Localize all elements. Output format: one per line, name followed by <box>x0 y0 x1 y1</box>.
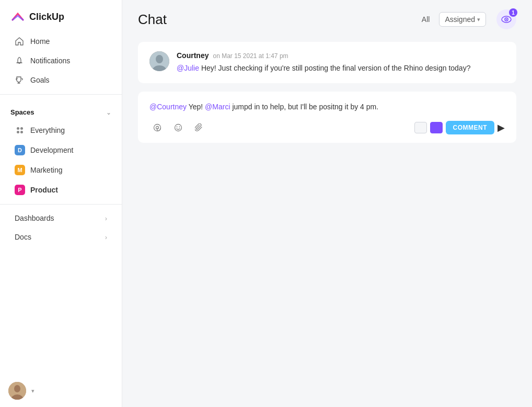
spaces-chevron-icon: ⌄ <box>106 109 111 116</box>
space-product[interactable]: P Product <box>4 180 118 199</box>
spaces-header[interactable]: Spaces ⌄ <box>0 101 122 120</box>
mention-marci: @Marci <box>205 103 230 111</box>
main-nav: Home Notifications <box>0 31 122 90</box>
chat-area: Courtney on Mar 15 2021 at 1:47 pm @Juli… <box>122 37 532 407</box>
message-body: Hey! Just checking if you're still posti… <box>199 64 470 72</box>
emoji-button[interactable] <box>170 120 186 135</box>
logo[interactable]: ClickUp <box>0 0 122 31</box>
spaces-title: Spaces <box>10 108 34 116</box>
nav-goals-label: Goals <box>30 76 50 84</box>
message-text: @Julie Hey! Just checking if you're stil… <box>177 63 505 74</box>
avatar <box>8 382 26 400</box>
nav-dashboards-label: Dashboards <box>15 214 54 222</box>
space-everything[interactable]: Everything <box>4 121 118 140</box>
dashboards-chevron-icon: › <box>105 214 107 222</box>
bell-icon <box>15 56 24 65</box>
nav-notifications[interactable]: Notifications <box>4 51 118 70</box>
filter-tabs: All Assigned ▾ <box>418 12 486 27</box>
svg-point-12 <box>177 127 178 128</box>
trophy-icon <box>15 75 24 85</box>
space-product-label: Product <box>30 186 58 194</box>
space-development-label: Development <box>30 146 74 154</box>
svg-point-5 <box>506 19 507 20</box>
mention-button[interactable] <box>149 120 165 135</box>
message-header: Courtney on Mar 15 2021 at 1:47 pm <box>177 51 505 60</box>
sidebar-divider-1 <box>0 94 122 95</box>
sidebar-divider-2 <box>0 204 122 205</box>
reply-text1: Yep! <box>187 103 205 111</box>
space-everything-label: Everything <box>30 126 65 134</box>
nav-dashboards[interactable]: Dashboards › <box>4 209 118 227</box>
message-author: Courtney <box>177 51 209 60</box>
attachment-button[interactable] <box>191 120 207 135</box>
mention-julie: @Julie <box>177 64 199 72</box>
watch-count-badge: 1 <box>509 8 517 17</box>
reply-text: @Courtney Yep! @Marci jumpd in to help, … <box>149 101 505 112</box>
svg-point-11 <box>175 125 182 131</box>
svg-point-1 <box>14 385 20 392</box>
space-marketing[interactable]: M Marketing <box>4 161 118 179</box>
mention-courtney: @Courtney <box>149 103 187 111</box>
message-content: Courtney on Mar 15 2021 at 1:47 pm @Juli… <box>177 51 505 74</box>
sidebar: ClickUp Home Notifications <box>0 0 122 407</box>
message-time: on Mar 15 2021 at 1:47 pm <box>213 52 288 60</box>
format-box-1[interactable] <box>414 122 427 133</box>
message-avatar <box>149 51 169 71</box>
comment-button[interactable]: COMMENT <box>446 121 495 134</box>
product-badge: P <box>15 185 25 195</box>
cursor-icon: ▶ <box>498 123 505 132</box>
nav-notifications-label: Notifications <box>30 56 70 65</box>
nav-docs-label: Docs <box>15 233 31 241</box>
tab-all[interactable]: All <box>418 13 434 26</box>
nav-home[interactable]: Home <box>4 32 118 51</box>
reply-text2: jumpd in to help, but I'll be positng it… <box>230 103 379 111</box>
reply-block: @Courtney Yep! @Marci jumpd in to help, … <box>138 92 516 143</box>
home-icon <box>15 37 24 46</box>
format-box-2[interactable] <box>430 122 443 133</box>
svg-point-7 <box>156 55 163 63</box>
space-development[interactable]: D Development <box>4 141 118 160</box>
reply-toolbar: COMMENT ▶ <box>149 120 505 135</box>
nav-goals[interactable]: Goals <box>4 71 118 89</box>
tab-assigned-chevron: ▾ <box>477 16 480 23</box>
development-badge: D <box>15 145 25 155</box>
main-content: Chat All Assigned ▾ 1 <box>122 0 532 407</box>
user-dropdown-icon: ▾ <box>31 388 34 394</box>
chat-header: Chat All Assigned ▾ 1 <box>122 0 532 37</box>
svg-point-13 <box>179 127 180 128</box>
logo-text: ClickUp <box>29 12 64 22</box>
user-profile[interactable]: ▾ <box>0 375 122 407</box>
page-title: Chat <box>138 12 407 28</box>
tab-assigned[interactable]: Assigned ▾ <box>439 12 486 27</box>
tab-assigned-label: Assigned <box>445 15 475 24</box>
nav-docs[interactable]: Docs › <box>4 228 118 246</box>
message-block: Courtney on Mar 15 2021 at 1:47 pm @Juli… <box>138 42 516 83</box>
docs-chevron-icon: › <box>105 233 107 241</box>
watch-button[interactable]: 1 <box>496 9 516 29</box>
nav-home-label: Home <box>30 37 50 46</box>
reply-actions-right: COMMENT ▶ <box>414 121 505 134</box>
space-marketing-label: Marketing <box>30 166 62 174</box>
marketing-badge: M <box>15 165 25 175</box>
dots-icon <box>15 125 25 135</box>
